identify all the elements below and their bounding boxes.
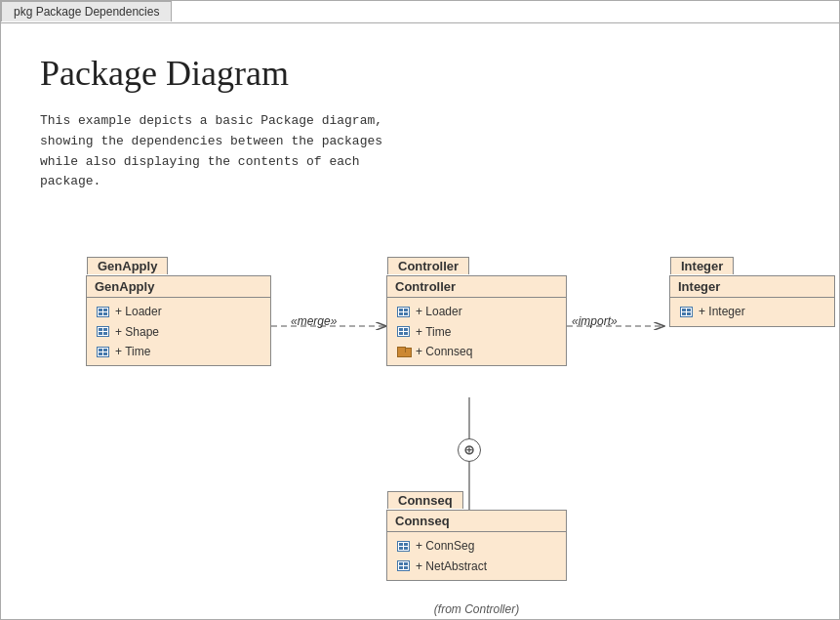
list-item: + Shape: [95, 322, 262, 342]
list-item: + Loader: [395, 302, 558, 321]
package-connseq-header: Connseq: [387, 511, 566, 532]
grid-icon: [95, 325, 110, 339]
list-item: + Loader: [95, 302, 262, 321]
grid-icon: [95, 305, 110, 318]
tab-pkg-dependencies[interactable]: pkg Package Dependencies: [1, 1, 172, 21]
merge-circle: ⊕: [458, 438, 481, 462]
diagram-area: GenApply GenApply + Loader + Shape: [40, 222, 800, 593]
package-integer-header: Integer: [670, 276, 834, 298]
list-item: + Time: [395, 322, 558, 342]
package-integer-tab: Integer: [670, 257, 734, 274]
grid-icon: [395, 539, 411, 553]
list-item: + Integer: [678, 302, 826, 321]
list-item: + Time: [95, 342, 262, 361]
import-label: «import»: [572, 314, 618, 328]
list-item: + ConnSeg: [395, 536, 558, 556]
package-controller-header: Controller: [387, 276, 566, 298]
package-controller: Controller Controller + Loader + Time: [386, 275, 567, 366]
package-integer: Integer Integer + Integer: [669, 275, 835, 326]
package-controller-items: + Loader + Time + Connseq: [387, 298, 566, 365]
grid-icon: [395, 559, 411, 573]
list-item: + NetAbstract: [395, 557, 558, 576]
list-item: + Connseq: [395, 342, 558, 361]
tab-bar: pkg Package Dependencies: [1, 1, 172, 21]
package-connseq-items: + ConnSeg + NetAbstract: [387, 532, 566, 580]
grid-icon: [395, 325, 411, 339]
grid-icon: [678, 305, 694, 318]
package-genapply-items: + Loader + Shape + Time: [87, 298, 270, 365]
folder-icon: [395, 345, 411, 358]
package-integer-items: + Integer: [670, 298, 834, 325]
diagram-description: This example depicts a basic Package dia…: [40, 111, 420, 192]
main-content: Package Diagram This example depicts a b…: [1, 22, 839, 619]
merge-label: «merge»: [291, 314, 337, 328]
grid-icon: [395, 305, 411, 318]
package-genapply-tab: GenApply: [87, 257, 168, 274]
from-controller-label: (from Controller): [401, 602, 552, 616]
grid-icon: [95, 345, 110, 358]
package-genapply-header: GenApply: [87, 276, 270, 298]
package-connseq-tab: Connseq: [387, 491, 463, 509]
package-genapply: GenApply GenApply + Loader + Shape: [86, 275, 271, 366]
diagram-title: Package Diagram: [40, 53, 800, 94]
package-controller-tab: Controller: [387, 257, 469, 274]
package-connseq: Connseq Connseq + ConnSeg + NetAbstract: [386, 510, 567, 581]
